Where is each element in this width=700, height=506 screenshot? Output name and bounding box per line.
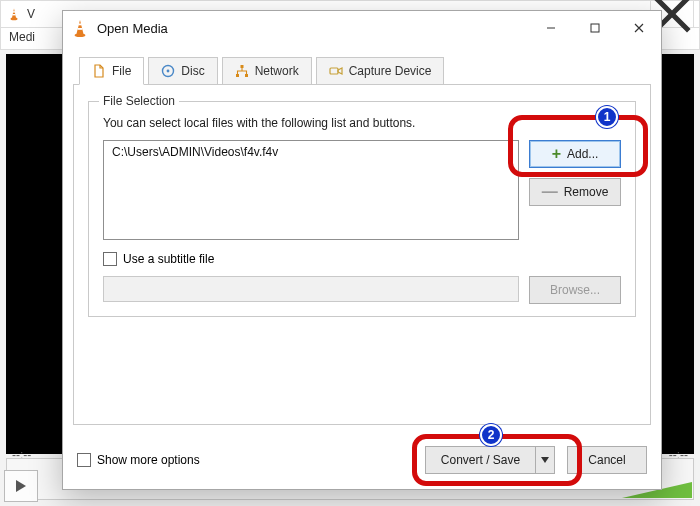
play-button[interactable] <box>4 470 38 502</box>
file-selection-group: File Selection You can select local file… <box>88 101 636 317</box>
tab-network[interactable]: Network <box>222 57 312 85</box>
vlc-cone-icon <box>71 19 89 37</box>
subtitle-path-input <box>103 276 519 302</box>
open-media-dialog: Open Media File Disc Network Capture Dev <box>62 10 662 490</box>
tab-disc[interactable]: Disc <box>148 57 217 85</box>
svg-rect-16 <box>330 68 338 74</box>
svg-rect-9 <box>78 28 83 30</box>
dialog-title: Open Media <box>97 21 168 36</box>
more-options-checkbox[interactable] <box>77 453 91 467</box>
tab-capture[interactable]: Capture Device <box>316 57 445 85</box>
tab-file-label: File <box>112 64 131 78</box>
file-list[interactable]: C:\Users\ADMIN\Videos\f4v.f4v <box>103 140 519 240</box>
vlc-cone-icon <box>7 7 21 21</box>
minimize-button[interactable] <box>529 11 573 45</box>
svg-marker-6 <box>76 20 83 34</box>
disc-icon <box>161 64 175 78</box>
svg-marker-17 <box>541 457 549 463</box>
network-icon <box>235 64 249 78</box>
convert-save-label: Convert / Save <box>441 453 520 467</box>
svg-point-12 <box>167 70 170 73</box>
more-options-label[interactable]: Show more options <box>97 453 200 467</box>
maximize-button[interactable] <box>573 11 617 45</box>
svg-rect-15 <box>245 74 248 77</box>
dialog-titlebar[interactable]: Open Media <box>63 11 661 45</box>
tab-capture-label: Capture Device <box>349 64 432 78</box>
annotation-badge-1: 1 <box>596 106 618 128</box>
svg-rect-14 <box>236 74 239 77</box>
minus-icon: — <box>542 183 558 201</box>
svg-rect-13 <box>240 65 243 68</box>
cancel-label: Cancel <box>588 453 625 467</box>
svg-point-1 <box>11 18 18 21</box>
tab-file[interactable]: File <box>79 57 144 85</box>
annotation-badge-2: 2 <box>480 424 502 446</box>
menu-media-truncated[interactable]: Medi <box>9 30 35 44</box>
subtitle-checkbox-label[interactable]: Use a subtitle file <box>123 252 214 266</box>
svg-point-7 <box>75 33 86 37</box>
file-selection-hint: You can select local files with the foll… <box>103 116 621 130</box>
file-icon <box>92 64 106 78</box>
file-list-item[interactable]: C:\Users\ADMIN\Videos\f4v.f4v <box>104 141 518 163</box>
remove-button-label: Remove <box>564 185 609 199</box>
tab-body-file: File Selection You can select local file… <box>73 85 651 425</box>
convert-save-caret[interactable] <box>535 446 555 474</box>
convert-save-button[interactable]: Convert / Save <box>425 446 535 474</box>
add-button[interactable]: + Add... <box>529 140 621 168</box>
svg-rect-2 <box>13 11 16 12</box>
browse-button-label: Browse... <box>550 283 600 297</box>
tab-strip: File Disc Network Capture Device <box>73 55 651 85</box>
svg-rect-8 <box>78 24 82 26</box>
svg-marker-0 <box>12 8 16 18</box>
tab-disc-label: Disc <box>181 64 204 78</box>
close-button[interactable] <box>617 11 661 45</box>
subtitle-checkbox[interactable] <box>103 252 117 266</box>
svg-marker-4 <box>16 480 26 492</box>
svg-rect-10 <box>591 24 599 32</box>
svg-rect-3 <box>12 14 15 15</box>
dialog-footer: Show more options Convert / Save Cancel <box>77 443 647 477</box>
convert-save-split-button[interactable]: Convert / Save <box>425 446 555 474</box>
remove-button[interactable]: — Remove <box>529 178 621 206</box>
cancel-button[interactable]: Cancel <box>567 446 647 474</box>
plus-icon: + <box>552 145 561 163</box>
main-title: V <box>27 7 35 21</box>
add-button-label: Add... <box>567 147 598 161</box>
tab-network-label: Network <box>255 64 299 78</box>
capture-icon <box>329 64 343 78</box>
browse-button: Browse... <box>529 276 621 304</box>
file-selection-legend: File Selection <box>99 94 179 108</box>
